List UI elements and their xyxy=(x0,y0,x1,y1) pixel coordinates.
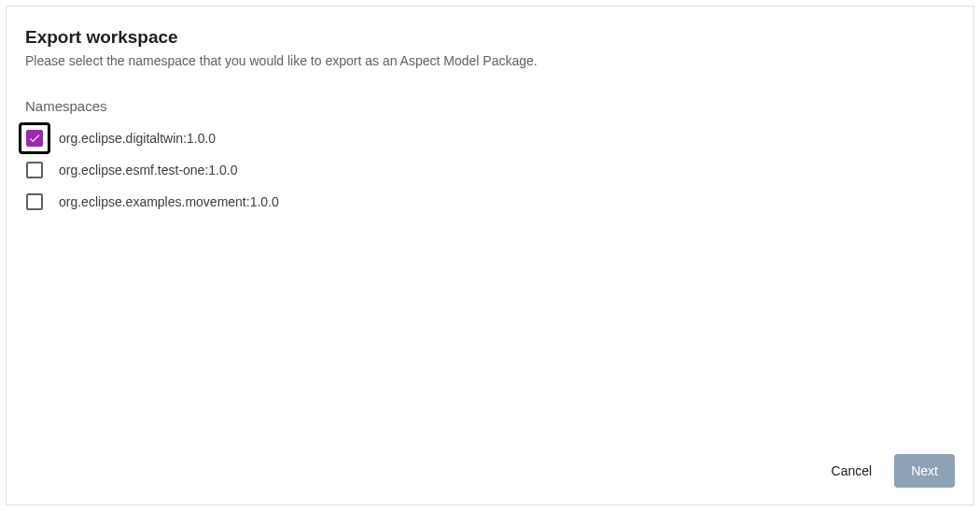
namespace-checkbox[interactable] xyxy=(26,193,43,210)
namespace-checkbox[interactable] xyxy=(26,130,43,147)
namespaces-label: Namespaces xyxy=(25,98,955,114)
checkbox-wrap xyxy=(25,129,44,148)
namespace-label: org.eclipse.esmf.test-one:1.0.0 xyxy=(59,163,237,177)
cancel-button[interactable]: Cancel xyxy=(826,454,878,488)
namespaces-list: org.eclipse.digitaltwin:1.0.0org.eclipse… xyxy=(25,129,955,211)
checkbox-wrap xyxy=(25,161,44,179)
dialog-content: Export workspace Please select the names… xyxy=(7,7,973,441)
namespace-item: org.eclipse.examples.movement:1.0.0 xyxy=(25,192,955,211)
checkbox-wrap xyxy=(25,192,44,211)
dialog-actions: Cancel Next xyxy=(7,441,973,504)
namespace-item: org.eclipse.digitaltwin:1.0.0 xyxy=(25,129,955,148)
dialog-subtitle: Please select the namespace that you wou… xyxy=(25,53,955,68)
namespace-label: org.eclipse.examples.movement:1.0.0 xyxy=(59,194,279,209)
namespace-label: org.eclipse.digitaltwin:1.0.0 xyxy=(59,131,216,146)
namespace-item: org.eclipse.esmf.test-one:1.0.0 xyxy=(25,161,955,179)
export-workspace-dialog: Export workspace Please select the names… xyxy=(6,6,974,505)
check-icon xyxy=(28,132,41,145)
next-button[interactable]: Next xyxy=(894,454,955,488)
namespace-checkbox[interactable] xyxy=(26,162,43,178)
dialog-title: Export workspace xyxy=(25,27,955,48)
